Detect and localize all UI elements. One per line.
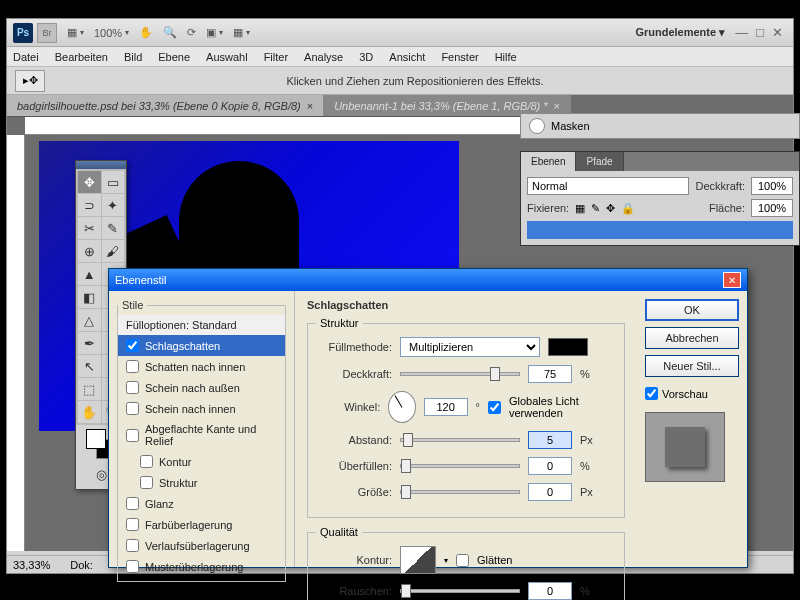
masks-panel[interactable]: Masken xyxy=(520,113,800,139)
preview-checkbox[interactable] xyxy=(645,387,658,400)
style-checkbox[interactable] xyxy=(126,539,139,552)
fill-input[interactable] xyxy=(751,199,793,217)
size-input[interactable] xyxy=(528,483,572,501)
style-inner-shadow[interactable]: Schatten nach innen xyxy=(118,356,285,377)
style-blend-options[interactable]: Fülloptionen: Standard xyxy=(118,315,285,335)
arrange-docs-menu[interactable]: ▦ ▾ xyxy=(67,26,84,39)
antialias-checkbox[interactable] xyxy=(456,554,469,567)
style-checkbox[interactable] xyxy=(126,429,139,442)
angle-input[interactable] xyxy=(424,398,468,416)
fillmode-select[interactable]: Multiplizieren xyxy=(400,337,540,357)
maximize-icon[interactable]: □ xyxy=(756,25,764,40)
style-checkbox[interactable] xyxy=(126,360,139,373)
style-checkbox[interactable] xyxy=(126,518,139,531)
wand-tool[interactable]: ✦ xyxy=(102,194,125,216)
menu-3d[interactable]: 3D xyxy=(359,51,373,63)
menu-auswahl[interactable]: Auswahl xyxy=(206,51,248,63)
minimize-icon[interactable]: — xyxy=(735,25,748,40)
lock-pixels-icon[interactable]: ✎ xyxy=(591,202,600,215)
style-outer-glow[interactable]: Schein nach außen xyxy=(118,377,285,398)
distance-input[interactable] xyxy=(528,431,572,449)
foreground-color[interactable] xyxy=(86,429,106,449)
current-tool-icon[interactable]: ▸✥ xyxy=(15,70,45,92)
zoom-tool-icon[interactable]: 🔍 xyxy=(163,26,177,39)
spread-input[interactable] xyxy=(528,457,572,475)
style-checkbox[interactable] xyxy=(126,381,139,394)
menu-filter[interactable]: Filter xyxy=(264,51,288,63)
ok-button[interactable]: OK xyxy=(645,299,739,321)
eyedropper-tool[interactable]: ✎ xyxy=(102,217,125,239)
style-checkbox[interactable] xyxy=(126,402,139,415)
style-checkbox[interactable] xyxy=(140,476,153,489)
opacity-slider[interactable] xyxy=(400,372,520,376)
menu-bild[interactable]: Bild xyxy=(124,51,142,63)
heal-tool[interactable]: ⊕ xyxy=(78,240,101,262)
style-contour[interactable]: Kontur xyxy=(118,451,285,472)
style-checkbox[interactable] xyxy=(140,455,153,468)
menu-ebene[interactable]: Ebene xyxy=(158,51,190,63)
extras-menu[interactable]: ▦ ▾ xyxy=(233,26,250,39)
menu-hilfe[interactable]: Hilfe xyxy=(495,51,517,63)
lock-all-icon[interactable]: 🔒 xyxy=(621,202,635,215)
screen-mode-menu[interactable]: ▣ ▾ xyxy=(206,26,223,39)
opacity-input[interactable] xyxy=(751,177,793,195)
eraser-tool[interactable]: ◧ xyxy=(78,286,101,308)
hand-tool-icon[interactable]: ✋ xyxy=(139,26,153,39)
style-texture[interactable]: Struktur xyxy=(118,472,285,493)
global-light-checkbox[interactable] xyxy=(488,401,501,414)
close-icon[interactable]: ✕ xyxy=(772,25,783,40)
workspace-switcher[interactable]: Grundelemente ▾ xyxy=(635,26,725,39)
style-inner-glow[interactable]: Schein nach innen xyxy=(118,398,285,419)
style-pattern-overlay[interactable]: Musterüberlagerung xyxy=(118,556,285,577)
contour-picker[interactable] xyxy=(400,546,436,574)
lasso-tool[interactable]: ⊃ xyxy=(78,194,101,216)
tab-pfade[interactable]: Pfade xyxy=(576,152,623,171)
pen-tool[interactable]: ✒ xyxy=(78,332,101,354)
noise-input[interactable] xyxy=(528,582,572,600)
marquee-tool[interactable]: ▭ xyxy=(102,171,125,193)
menu-analyse[interactable]: Analyse xyxy=(304,51,343,63)
style-checkbox[interactable] xyxy=(126,339,139,352)
panel-grip[interactable] xyxy=(76,161,126,169)
3d-tool[interactable]: ⬚ xyxy=(78,378,101,400)
size-slider[interactable] xyxy=(400,490,520,494)
blend-mode-select[interactable] xyxy=(527,177,689,195)
style-bevel[interactable]: Abgeflachte Kante und Relief xyxy=(118,419,285,451)
lock-position-icon[interactable]: ✥ xyxy=(606,202,615,215)
menu-fenster[interactable]: Fenster xyxy=(441,51,478,63)
dialog-close-icon[interactable]: ✕ xyxy=(723,272,741,288)
distance-slider[interactable] xyxy=(400,438,520,442)
style-gradient-overlay[interactable]: Verlaufsüberlagerung xyxy=(118,535,285,556)
shadow-color-swatch[interactable] xyxy=(548,338,588,356)
layer-row-selected[interactable] xyxy=(527,221,793,239)
stamp-tool[interactable]: ▲ xyxy=(78,263,101,285)
style-checkbox[interactable] xyxy=(126,497,139,510)
bridge-icon[interactable]: Br xyxy=(37,23,57,43)
hand-tool[interactable]: ✋ xyxy=(78,401,101,423)
zoom-level[interactable]: 100% ▾ xyxy=(94,27,129,39)
tab-ebenen[interactable]: Ebenen xyxy=(521,152,576,171)
status-zoom[interactable]: 33,33% xyxy=(13,559,50,571)
crop-tool[interactable]: ✂ xyxy=(78,217,101,239)
doc-tab-1[interactable]: badgirlsilhouette.psd bei 33,3% (Ebene 0… xyxy=(7,95,324,116)
style-checkbox[interactable] xyxy=(126,560,139,573)
menu-ansicht[interactable]: Ansicht xyxy=(389,51,425,63)
tab-close-icon[interactable]: × xyxy=(307,100,313,112)
cancel-button[interactable]: Abbrechen xyxy=(645,327,739,349)
style-color-overlay[interactable]: Farbüberlagerung xyxy=(118,514,285,535)
blur-tool[interactable]: △ xyxy=(78,309,101,331)
style-satin[interactable]: Glanz xyxy=(118,493,285,514)
tab-close-icon[interactable]: × xyxy=(554,100,560,112)
path-tool[interactable]: ↖ xyxy=(78,355,101,377)
style-drop-shadow[interactable]: Schlagschatten xyxy=(118,335,285,356)
rotate-view-icon[interactable]: ⟳ xyxy=(187,26,196,39)
move-tool[interactable]: ✥ xyxy=(78,171,101,193)
noise-slider[interactable] xyxy=(400,589,520,593)
menu-datei[interactable]: Datei xyxy=(13,51,39,63)
opacity-input[interactable] xyxy=(528,365,572,383)
angle-dial[interactable] xyxy=(388,391,415,423)
spread-slider[interactable] xyxy=(400,464,520,468)
lock-transparency-icon[interactable]: ▦ xyxy=(575,202,585,215)
new-style-button[interactable]: Neuer Stil... xyxy=(645,355,739,377)
dialog-titlebar[interactable]: Ebenenstil ✕ xyxy=(109,269,747,291)
